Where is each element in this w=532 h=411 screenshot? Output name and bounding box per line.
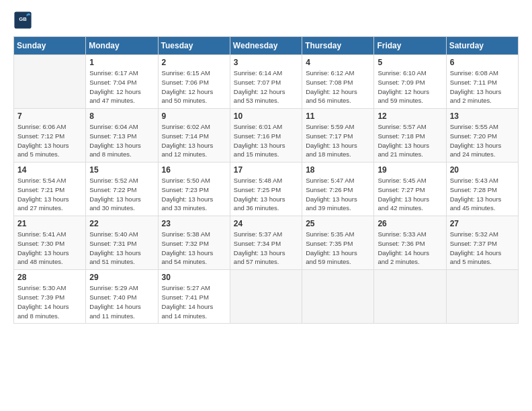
calendar-cell: 9Sunrise: 6:02 AM Sunset: 7:14 PM Daylig… bbox=[158, 109, 230, 163]
day-header-friday: Friday bbox=[374, 37, 446, 55]
day-header-sunday: Sunday bbox=[14, 37, 86, 55]
calendar-cell: 7Sunrise: 6:06 AM Sunset: 7:12 PM Daylig… bbox=[14, 109, 86, 163]
calendar-cell: 26Sunrise: 5:33 AM Sunset: 7:36 PM Dayli… bbox=[374, 216, 446, 270]
day-number: 24 bbox=[234, 219, 298, 228]
day-number: 20 bbox=[450, 165, 515, 175]
day-number: 1 bbox=[89, 58, 154, 67]
calendar-cell: 29Sunrise: 5:29 AM Sunset: 7:40 PM Dayli… bbox=[86, 270, 158, 324]
day-number: 3 bbox=[234, 58, 298, 67]
page-header: GB bbox=[13, 11, 519, 30]
day-info: Sunrise: 6:14 AM Sunset: 7:07 PM Dayligh… bbox=[234, 68, 298, 105]
day-info: Sunrise: 5:38 AM Sunset: 7:32 PM Dayligh… bbox=[162, 230, 226, 267]
day-number: 25 bbox=[306, 219, 370, 228]
calendar-cell: 17Sunrise: 5:48 AM Sunset: 7:25 PM Dayli… bbox=[230, 163, 302, 216]
day-number: 29 bbox=[89, 273, 154, 282]
day-info: Sunrise: 5:27 AM Sunset: 7:41 PM Dayligh… bbox=[162, 283, 226, 320]
day-number: 30 bbox=[162, 273, 226, 282]
calendar-cell bbox=[374, 270, 446, 324]
day-number: 4 bbox=[306, 58, 370, 67]
calendar-cell bbox=[302, 270, 374, 324]
logo-icon: GB bbox=[13, 11, 32, 30]
day-info: Sunrise: 5:45 AM Sunset: 7:27 PM Dayligh… bbox=[378, 176, 442, 213]
day-number: 18 bbox=[306, 165, 370, 175]
calendar-cell: 21Sunrise: 5:41 AM Sunset: 7:30 PM Dayli… bbox=[14, 216, 86, 270]
svg-text:GB: GB bbox=[19, 16, 27, 22]
day-number: 22 bbox=[89, 219, 154, 228]
day-number: 28 bbox=[17, 273, 82, 282]
day-info: Sunrise: 6:01 AM Sunset: 7:16 PM Dayligh… bbox=[234, 122, 298, 159]
day-number: 2 bbox=[162, 58, 226, 67]
day-header-monday: Monday bbox=[86, 37, 158, 55]
day-number: 19 bbox=[378, 165, 442, 175]
day-info: Sunrise: 5:57 AM Sunset: 7:18 PM Dayligh… bbox=[378, 122, 442, 159]
day-number: 5 bbox=[378, 58, 442, 67]
calendar-cell: 4Sunrise: 6:12 AM Sunset: 7:08 PM Daylig… bbox=[302, 55, 374, 109]
day-info: Sunrise: 6:04 AM Sunset: 7:13 PM Dayligh… bbox=[89, 122, 154, 159]
calendar-table: SundayMondayTuesdayWednesdayThursdayFrid… bbox=[13, 36, 519, 324]
calendar-header-row: SundayMondayTuesdayWednesdayThursdayFrid… bbox=[14, 37, 519, 55]
day-info: Sunrise: 5:48 AM Sunset: 7:25 PM Dayligh… bbox=[234, 176, 298, 213]
day-info: Sunrise: 5:55 AM Sunset: 7:20 PM Dayligh… bbox=[450, 122, 515, 159]
calendar-week-1: 1Sunrise: 6:17 AM Sunset: 7:04 PM Daylig… bbox=[14, 55, 519, 109]
calendar-cell: 22Sunrise: 5:40 AM Sunset: 7:31 PM Dayli… bbox=[86, 216, 158, 270]
calendar-cell: 25Sunrise: 5:35 AM Sunset: 7:35 PM Dayli… bbox=[302, 216, 374, 270]
day-header-tuesday: Tuesday bbox=[158, 37, 230, 55]
day-info: Sunrise: 6:08 AM Sunset: 7:11 PM Dayligh… bbox=[450, 68, 515, 105]
day-info: Sunrise: 5:47 AM Sunset: 7:26 PM Dayligh… bbox=[306, 176, 370, 213]
day-number: 8 bbox=[89, 111, 154, 121]
day-number: 23 bbox=[162, 219, 226, 228]
day-info: Sunrise: 6:06 AM Sunset: 7:12 PM Dayligh… bbox=[17, 122, 82, 159]
day-info: Sunrise: 5:41 AM Sunset: 7:30 PM Dayligh… bbox=[17, 230, 82, 267]
calendar-week-5: 28Sunrise: 5:30 AM Sunset: 7:39 PM Dayli… bbox=[14, 270, 519, 324]
calendar-cell: 24Sunrise: 5:37 AM Sunset: 7:34 PM Dayli… bbox=[230, 216, 302, 270]
day-header-thursday: Thursday bbox=[302, 37, 374, 55]
day-number: 12 bbox=[378, 111, 442, 121]
calendar-cell: 1Sunrise: 6:17 AM Sunset: 7:04 PM Daylig… bbox=[86, 55, 158, 109]
calendar-cell bbox=[446, 270, 518, 324]
day-info: Sunrise: 6:12 AM Sunset: 7:08 PM Dayligh… bbox=[306, 68, 370, 105]
calendar-cell bbox=[230, 270, 302, 324]
day-number: 13 bbox=[450, 111, 515, 121]
calendar-cell: 11Sunrise: 5:59 AM Sunset: 7:17 PM Dayli… bbox=[302, 109, 374, 163]
calendar-cell: 10Sunrise: 6:01 AM Sunset: 7:16 PM Dayli… bbox=[230, 109, 302, 163]
calendar-cell: 3Sunrise: 6:14 AM Sunset: 7:07 PM Daylig… bbox=[230, 55, 302, 109]
calendar-cell: 19Sunrise: 5:45 AM Sunset: 7:27 PM Dayli… bbox=[374, 163, 446, 216]
calendar-cell: 23Sunrise: 5:38 AM Sunset: 7:32 PM Dayli… bbox=[158, 216, 230, 270]
calendar-cell: 15Sunrise: 5:52 AM Sunset: 7:22 PM Dayli… bbox=[86, 163, 158, 216]
day-number: 26 bbox=[378, 219, 442, 228]
day-number: 11 bbox=[306, 111, 370, 121]
calendar-cell: 13Sunrise: 5:55 AM Sunset: 7:20 PM Dayli… bbox=[446, 109, 518, 163]
day-info: Sunrise: 6:10 AM Sunset: 7:09 PM Dayligh… bbox=[378, 68, 442, 105]
calendar-cell: 28Sunrise: 5:30 AM Sunset: 7:39 PM Dayli… bbox=[14, 270, 86, 324]
calendar-cell: 30Sunrise: 5:27 AM Sunset: 7:41 PM Dayli… bbox=[158, 270, 230, 324]
day-number: 15 bbox=[89, 165, 154, 175]
day-info: Sunrise: 5:52 AM Sunset: 7:22 PM Dayligh… bbox=[89, 176, 154, 213]
calendar-cell: 2Sunrise: 6:15 AM Sunset: 7:06 PM Daylig… bbox=[158, 55, 230, 109]
calendar-cell: 20Sunrise: 5:43 AM Sunset: 7:28 PM Dayli… bbox=[446, 163, 518, 216]
calendar-cell: 16Sunrise: 5:50 AM Sunset: 7:23 PM Dayli… bbox=[158, 163, 230, 216]
day-number: 6 bbox=[450, 58, 515, 67]
day-info: Sunrise: 5:59 AM Sunset: 7:17 PM Dayligh… bbox=[306, 122, 370, 159]
calendar-week-3: 14Sunrise: 5:54 AM Sunset: 7:21 PM Dayli… bbox=[14, 163, 519, 216]
calendar-cell: 5Sunrise: 6:10 AM Sunset: 7:09 PM Daylig… bbox=[374, 55, 446, 109]
logo: GB bbox=[13, 11, 35, 30]
day-number: 17 bbox=[234, 165, 298, 175]
calendar-cell bbox=[14, 55, 86, 109]
calendar-week-2: 7Sunrise: 6:06 AM Sunset: 7:12 PM Daylig… bbox=[14, 109, 519, 163]
day-number: 21 bbox=[17, 219, 82, 228]
calendar-cell: 8Sunrise: 6:04 AM Sunset: 7:13 PM Daylig… bbox=[86, 109, 158, 163]
calendar-cell: 27Sunrise: 5:32 AM Sunset: 7:37 PM Dayli… bbox=[446, 216, 518, 270]
day-info: Sunrise: 6:02 AM Sunset: 7:14 PM Dayligh… bbox=[162, 122, 226, 159]
day-info: Sunrise: 5:50 AM Sunset: 7:23 PM Dayligh… bbox=[162, 176, 226, 213]
day-number: 9 bbox=[162, 111, 226, 121]
day-info: Sunrise: 5:30 AM Sunset: 7:39 PM Dayligh… bbox=[17, 283, 82, 320]
day-info: Sunrise: 5:37 AM Sunset: 7:34 PM Dayligh… bbox=[234, 230, 298, 267]
day-info: Sunrise: 5:40 AM Sunset: 7:31 PM Dayligh… bbox=[89, 230, 154, 267]
day-info: Sunrise: 5:35 AM Sunset: 7:35 PM Dayligh… bbox=[306, 230, 370, 267]
day-info: Sunrise: 5:33 AM Sunset: 7:36 PM Dayligh… bbox=[378, 230, 442, 267]
day-info: Sunrise: 5:54 AM Sunset: 7:21 PM Dayligh… bbox=[17, 176, 82, 213]
day-number: 14 bbox=[17, 165, 82, 175]
calendar-cell: 6Sunrise: 6:08 AM Sunset: 7:11 PM Daylig… bbox=[446, 55, 518, 109]
calendar-cell: 18Sunrise: 5:47 AM Sunset: 7:26 PM Dayli… bbox=[302, 163, 374, 216]
day-number: 10 bbox=[234, 111, 298, 121]
